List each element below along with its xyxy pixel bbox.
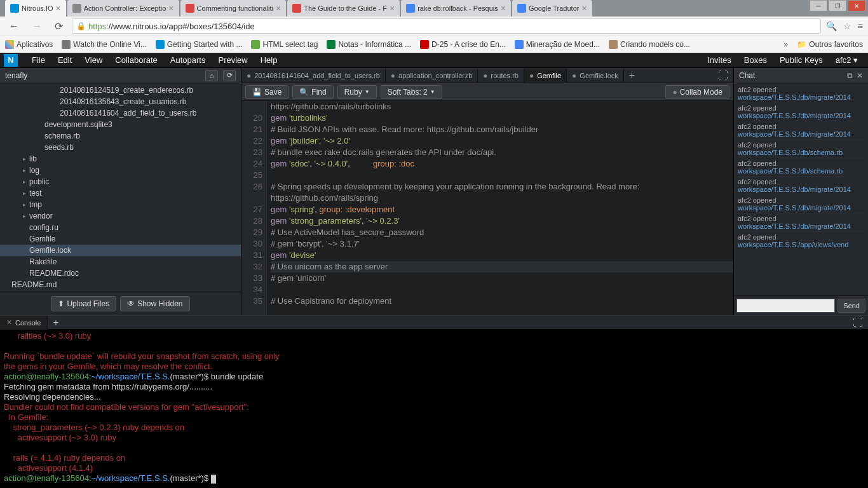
close-icon[interactable]: × xyxy=(501,3,506,13)
menu-right-item[interactable]: Boxes xyxy=(738,55,773,65)
chat-path-link[interactable]: workspace/T.E.S.S./app/views/vend xyxy=(738,241,864,248)
code-line[interactable]: https://github.com/rails/spring xyxy=(271,193,733,204)
tree-folder[interactable]: ▸public xyxy=(0,176,241,187)
window-minimize-button[interactable]: ─ xyxy=(810,0,827,11)
send-button[interactable]: Send xyxy=(837,299,865,313)
menu-icon[interactable]: ≡ xyxy=(858,21,863,31)
reload-button[interactable]: ⟳ xyxy=(51,19,67,34)
tree-file[interactable]: seeds.rb xyxy=(0,142,241,153)
url-input[interactable]: 🔒 https://www.nitrous.io/app#/boxes/1356… xyxy=(72,18,821,34)
close-icon[interactable]: × xyxy=(168,3,173,13)
editor-tab[interactable]: ●20140816141604_add_field_to_users.rb xyxy=(241,68,386,83)
browser-tab[interactable]: The Guide to the Guide - F× xyxy=(287,0,400,17)
code-line[interactable] xyxy=(271,284,733,295)
tree-file[interactable]: README.rdoc xyxy=(0,268,241,279)
window-maximize-button[interactable]: ☐ xyxy=(829,0,846,11)
save-button[interactable]: 💾Save xyxy=(245,85,288,99)
show-hidden-button[interactable]: 👁Show Hidden xyxy=(120,296,189,311)
expand-editor-icon[interactable]: ⛶ xyxy=(713,70,733,81)
maximize-console-icon[interactable]: ⛶ xyxy=(848,317,868,329)
browser-tab[interactable]: Commenting functionaliti× xyxy=(180,0,287,17)
code-line[interactable] xyxy=(271,170,733,181)
collab-mode-button[interactable]: ●Collab Mode xyxy=(665,85,729,99)
apps-button[interactable]: Aplicativos xyxy=(5,40,53,49)
tree-file[interactable]: Gemfile xyxy=(0,233,241,245)
menu-right-item[interactable]: Public Keys xyxy=(773,55,829,65)
chat-log[interactable]: afc2 openedworkspace/T.E.S.S./db/migrate… xyxy=(734,83,868,295)
window-close-button[interactable]: ✕ xyxy=(848,0,865,11)
menu-right-item[interactable]: Invites xyxy=(701,55,738,65)
code-line[interactable]: # Build JSON APIs with ease. Read more: … xyxy=(271,124,733,135)
close-icon[interactable]: × xyxy=(276,3,281,13)
code-line[interactable]: # bundle exec rake doc:rails generates t… xyxy=(271,147,733,158)
editor-tab[interactable]: ●Gemfile.lock xyxy=(567,68,624,83)
close-icon[interactable]: × xyxy=(56,3,61,13)
menu-right-item[interactable]: afc2 ▾ xyxy=(829,55,864,65)
softtabs-dropdown[interactable]: Soft Tabs: 2▼ xyxy=(381,85,442,99)
menu-collaborate[interactable]: Collaborate xyxy=(109,55,164,65)
add-tab-button[interactable]: + xyxy=(624,70,640,81)
tree-folder[interactable]: ▸log xyxy=(0,165,241,176)
menu-autoparts[interactable]: Autoparts xyxy=(164,55,212,65)
code-line[interactable]: gem 'spring', group: :development xyxy=(271,204,733,215)
tree-folder[interactable]: ▸test xyxy=(0,187,241,199)
close-icon[interactable]: × xyxy=(390,3,395,13)
code-line[interactable]: gem 'turbolinks' xyxy=(271,112,733,124)
close-icon[interactable]: × xyxy=(581,3,587,13)
code-line[interactable]: gem 'devise' xyxy=(271,250,733,261)
tree-folder[interactable]: ▸vendor xyxy=(0,210,241,222)
code-line[interactable]: # gem 'bcrypt', '~> 3.1.7' xyxy=(271,238,733,250)
console-output[interactable]: railties (~> 3.0) ruby Running `bundle u… xyxy=(0,330,868,488)
tree-file[interactable]: 20140816135643_create_usuarios.rb xyxy=(0,96,241,107)
menu-help[interactable]: Help xyxy=(254,55,284,65)
console-tab[interactable]: ✕Console xyxy=(0,316,48,330)
home-icon[interactable]: ⌂ xyxy=(205,70,218,81)
popout-icon[interactable]: ⧉ xyxy=(847,71,853,80)
tree-file[interactable]: config.ru xyxy=(0,222,241,233)
close-icon[interactable]: ● xyxy=(247,71,251,80)
bookmarks-overflow[interactable]: » xyxy=(784,40,789,49)
menu-file[interactable]: File xyxy=(25,55,51,65)
code-line[interactable]: # Spring speeds up development by keepin… xyxy=(271,181,733,193)
tree-folder[interactable]: ▸lib xyxy=(0,153,241,165)
chat-path-link[interactable]: workspace/T.E.S.S./db/migrate/2014 xyxy=(738,130,864,138)
bookmark-item[interactable]: D-25 - A crise do En... xyxy=(420,40,506,49)
code-line[interactable]: gem 'sdoc', '~> 0.4.0', group: :doc xyxy=(271,158,733,170)
search-icon[interactable]: 🔍 xyxy=(826,21,837,31)
tree-file[interactable]: schema.rb xyxy=(0,130,241,142)
file-tree[interactable]: 20140816124519_create_enderecos.rb201408… xyxy=(0,83,241,292)
editor-tab[interactable]: ●Gemfile xyxy=(524,68,567,83)
tree-file[interactable]: 20140816141604_add_field_to_users.rb xyxy=(0,107,241,119)
close-icon[interactable]: ● xyxy=(483,71,487,80)
code-line[interactable]: https://github.com/rails/turbolinks xyxy=(271,101,733,112)
menu-preview[interactable]: Preview xyxy=(212,55,254,65)
upload-files-button[interactable]: ⬆Upload Files xyxy=(51,296,116,311)
chat-path-link[interactable]: workspace/T.E.S.S./db/migrate/2014 xyxy=(738,186,864,193)
close-icon[interactable]: ● xyxy=(391,71,395,80)
bookmark-item[interactable]: Getting Started with ... xyxy=(156,40,243,49)
chat-path-link[interactable]: workspace/T.E.S.S./db/migrate/2014 xyxy=(738,93,864,101)
browser-tab[interactable]: Google Tradutor× xyxy=(512,0,592,17)
code-line[interactable]: # Use unicorn as the app server xyxy=(271,261,733,273)
close-icon[interactable]: ✕ xyxy=(857,71,863,80)
bookmark-item[interactable]: Notas - Informática ... xyxy=(327,40,411,49)
tree-file[interactable]: 20140816124519_create_enderecos.rb xyxy=(0,85,241,96)
browser-tab[interactable]: Action Controller: Exceptio× xyxy=(67,0,179,17)
bookmark-item[interactable]: Watch the Online Vi... xyxy=(62,40,146,49)
browser-tab[interactable]: rake db:rollback - Pesquis× xyxy=(401,0,511,17)
other-bookmarks[interactable]: 📁Outros favoritos xyxy=(797,40,863,49)
menu-edit[interactable]: Edit xyxy=(51,55,78,65)
code-line[interactable]: gem 'jbuilder', '~> 2.0' xyxy=(271,135,733,147)
tree-file[interactable]: Rakefile xyxy=(0,256,241,268)
close-icon[interactable]: ● xyxy=(572,71,576,80)
find-button[interactable]: 🔍Find xyxy=(292,85,333,99)
bookmark-item[interactable]: HTML select tag xyxy=(251,40,318,49)
browser-tab[interactable]: Nitrous.IO× xyxy=(5,0,66,17)
chat-input[interactable] xyxy=(736,299,835,313)
close-icon[interactable]: ✕ xyxy=(6,318,12,327)
code-line[interactable]: # gem 'unicorn' xyxy=(271,273,733,284)
chat-path-link[interactable]: workspace/T.E.S.S./db/schema.rb xyxy=(738,149,864,156)
chat-path-link[interactable]: workspace/T.E.S.S./db/migrate/2014 xyxy=(738,204,864,212)
code-content[interactable]: https://github.com/rails/turbolinksgem '… xyxy=(267,101,733,315)
close-icon[interactable]: ● xyxy=(529,71,534,80)
